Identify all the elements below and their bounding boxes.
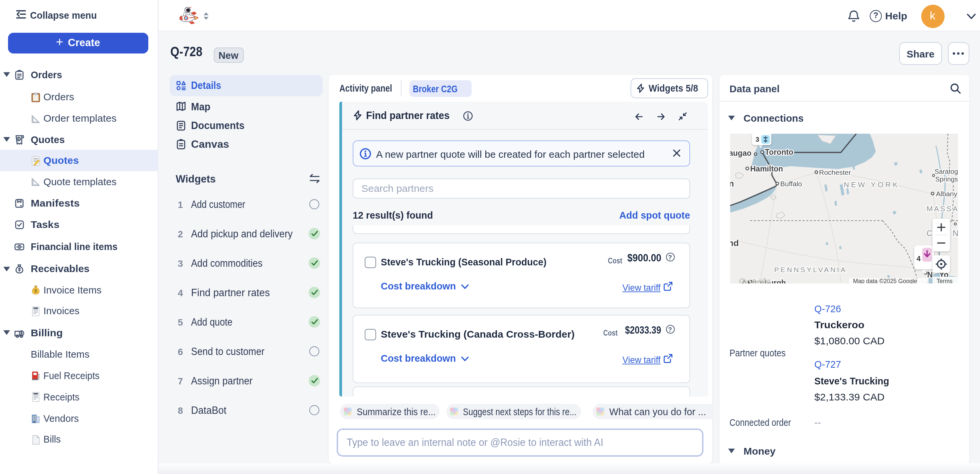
- svg-text:Terms: Terms: [936, 278, 952, 284]
- svg-text:Springs: Springs: [935, 176, 958, 183]
- svg-text:N: N: [927, 270, 932, 279]
- svg-text:Map data ©2025 Google: Map data ©2025 Google: [853, 278, 917, 284]
- svg-text:Albany: Albany: [935, 190, 957, 198]
- svg-text:Toronto: Toronto: [765, 148, 793, 156]
- svg-text:nd: nd: [730, 238, 738, 248]
- svg-text:MASSA: MASSA: [926, 204, 958, 213]
- svg-text:NE: NE: [952, 229, 958, 238]
- svg-text:Buffalo: Buffalo: [780, 180, 802, 188]
- svg-text:n: n: [730, 179, 733, 188]
- svg-text:4: 4: [916, 254, 921, 263]
- svg-text:PENNSYLVANIA: PENNSYLVANIA: [774, 266, 847, 273]
- svg-text:3: 3: [755, 136, 759, 143]
- svg-text:NEW YORK: NEW YORK: [843, 180, 899, 189]
- svg-text:$: $: [34, 288, 37, 294]
- svg-text:Hamilton: Hamilton: [750, 164, 783, 173]
- svg-text:Google: Google: [738, 276, 771, 284]
- svg-text:Saratoga: Saratoga: [934, 168, 958, 175]
- svg-text:Rochester: Rochester: [819, 169, 851, 176]
- svg-text:augao: augao: [730, 149, 751, 158]
